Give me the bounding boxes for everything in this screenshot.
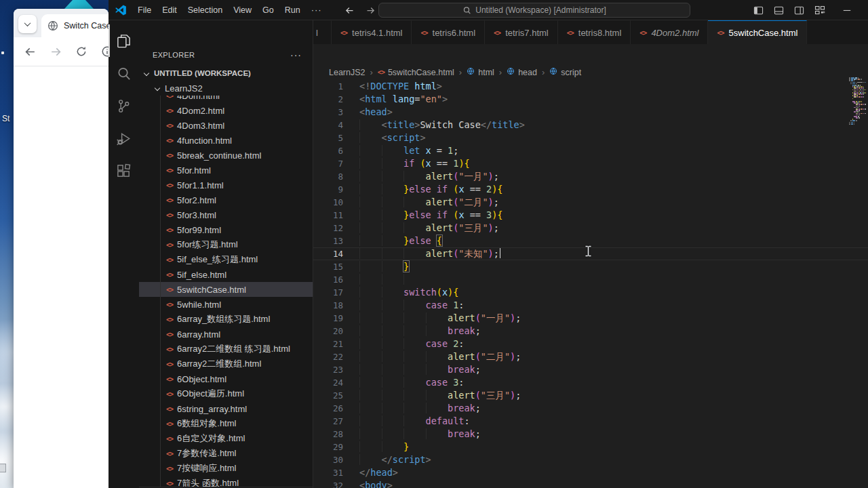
nav-forward-icon[interactable] bbox=[366, 5, 376, 16]
menu-file[interactable]: File bbox=[132, 0, 157, 20]
editor-tab[interactable]: <>5switchCase.html bbox=[708, 20, 807, 44]
indent-guide bbox=[403, 364, 426, 375]
file-item[interactable]: <>5for练习题.html bbox=[139, 237, 313, 252]
minimap[interactable] bbox=[849, 77, 866, 126]
token: alert bbox=[426, 197, 454, 207]
file-item[interactable]: <>5while.html bbox=[139, 297, 313, 312]
folder-row-learnjs2[interactable]: LearnJS2 bbox=[139, 81, 313, 96]
file-item[interactable]: <>5for1.1.html bbox=[139, 178, 313, 192]
file-item[interactable]: <>6array2二维数组.html bbox=[139, 357, 313, 371]
nav-back-icon[interactable] bbox=[344, 5, 355, 16]
workspace-section-header[interactable]: UNTITLED (WORKSPACE) bbox=[139, 66, 313, 81]
file-item[interactable]: <>5for2.html bbox=[139, 192, 313, 207]
run-debug-activity-button[interactable] bbox=[108, 122, 139, 155]
menu-selection[interactable]: Selection bbox=[182, 0, 228, 20]
line-number: 14 bbox=[313, 247, 343, 260]
file-item[interactable]: <>6array2二维数组 练习题.html bbox=[139, 342, 313, 357]
file-item[interactable]: <>5if_else_练习题.html bbox=[139, 252, 313, 267]
file-item[interactable]: <>5for3.html bbox=[139, 207, 313, 222]
editor-tab[interactable]: <>tetris7.html bbox=[485, 20, 558, 44]
refresh-icon[interactable] bbox=[75, 45, 87, 58]
breadcrumb-item[interactable]: LearnJS2 bbox=[329, 68, 366, 77]
code-editor[interactable]: 1<!DOCTYPE html>2<html lang="en">3<head>… bbox=[313, 80, 868, 488]
token: } bbox=[403, 209, 409, 220]
token: } bbox=[403, 441, 409, 452]
editor-tab[interactable]: <>tetris6.html bbox=[412, 20, 485, 44]
symbol-icon bbox=[467, 67, 475, 77]
line-content: <!DOCTYPE html> bbox=[359, 80, 442, 93]
menubar-overflow-button[interactable]: ··· bbox=[306, 5, 328, 15]
file-item[interactable]: <>5for99.html bbox=[139, 222, 313, 237]
token: switch bbox=[403, 287, 437, 298]
html-file-icon: <> bbox=[166, 331, 173, 338]
breadcrumb-item[interactable]: head bbox=[507, 67, 537, 77]
html-file-icon: <> bbox=[166, 107, 173, 115]
minimize-icon[interactable] bbox=[842, 5, 852, 15]
editor-tab[interactable]: <>tetris8.html bbox=[558, 20, 631, 44]
token: html bbox=[414, 81, 437, 92]
breadcrumb-item[interactable]: <>5switchCase.html bbox=[378, 68, 454, 77]
layout-panel-icon[interactable] bbox=[774, 5, 784, 16]
indent-guide bbox=[359, 145, 382, 156]
customize-layout-icon[interactable] bbox=[814, 5, 825, 16]
file-item[interactable]: <>6string_array.html bbox=[139, 401, 313, 416]
file-item[interactable]: <>7按键响应.html bbox=[139, 461, 313, 476]
file-item[interactable]: <>6Object遍历.html bbox=[139, 386, 313, 401]
file-item[interactable]: <>6自定义对象.html bbox=[139, 431, 313, 446]
file-item[interactable]: <>6Object.html bbox=[139, 371, 313, 386]
file-item[interactable]: <>5for.html bbox=[139, 163, 313, 178]
layout-sidebar-left-icon[interactable] bbox=[753, 5, 764, 16]
tab-actions-button[interactable] bbox=[18, 15, 37, 33]
forward-arrow-icon[interactable] bbox=[50, 45, 62, 58]
file-item[interactable]: <>4Dom2.html bbox=[139, 103, 313, 118]
token: alert bbox=[448, 390, 475, 401]
more-actions-icon[interactable]: ··· bbox=[290, 49, 302, 60]
layout-sidebar-right-icon[interactable] bbox=[794, 5, 804, 16]
line-content: break; bbox=[359, 325, 481, 338]
file-item[interactable]: <>7箭头 函数.html bbox=[139, 476, 313, 487]
file-item[interactable]: <>6array.html bbox=[139, 327, 313, 342]
menu-go[interactable]: Go bbox=[257, 0, 279, 20]
tab-label: tetris6.html bbox=[433, 28, 476, 38]
search-activity-button[interactable] bbox=[108, 57, 139, 89]
breadcrumb-item[interactable]: html bbox=[467, 67, 494, 77]
editor-tab[interactable]: <>tetris4.1.html bbox=[332, 20, 412, 44]
token: "en" bbox=[420, 94, 442, 104]
menu-run[interactable]: Run bbox=[279, 0, 306, 20]
file-name: 6array2二维数组 练习题.html bbox=[177, 343, 290, 355]
menu-edit[interactable]: Edit bbox=[157, 0, 182, 20]
line-content bbox=[359, 273, 426, 286]
file-item[interactable]: <>4function.html bbox=[139, 133, 313, 148]
source-control-activity-button[interactable] bbox=[108, 89, 139, 122]
file-item[interactable]: <>4Dom3.html bbox=[139, 118, 313, 133]
file-name: 5for.html bbox=[177, 165, 211, 176]
files-activity-button[interactable] bbox=[108, 24, 139, 57]
chevron-down-icon bbox=[144, 70, 149, 76]
html-file-icon: <> bbox=[166, 211, 173, 219]
breadcrumb-label: html bbox=[478, 68, 494, 77]
menu-view[interactable]: View bbox=[228, 0, 257, 20]
file-item[interactable]: <>6array_数组练习题.html bbox=[139, 312, 313, 327]
site-info-icon[interactable] bbox=[101, 45, 108, 58]
indent-guide bbox=[359, 300, 382, 310]
line-number: 30 bbox=[313, 453, 343, 466]
file-item[interactable]: <>6数组对象.html bbox=[139, 416, 313, 431]
file-item[interactable]: <>5switchCase.html bbox=[139, 282, 313, 297]
token: "三月" bbox=[458, 222, 488, 233]
indent-guide bbox=[403, 325, 426, 336]
file-item[interactable]: <>5break_continue.html bbox=[139, 148, 313, 163]
indent-guide bbox=[382, 145, 404, 156]
extensions-activity-button[interactable] bbox=[108, 155, 139, 187]
breadcrumb-separator: › bbox=[459, 67, 462, 77]
command-center[interactable]: Untitled (Workspace) [Administrator] bbox=[378, 3, 690, 18]
back-arrow-icon[interactable] bbox=[24, 45, 37, 58]
breadcrumb-item[interactable]: script bbox=[549, 67, 581, 77]
code-line: 10 alert("二月"); bbox=[313, 196, 868, 209]
browser-tab[interactable]: Switch Case bbox=[41, 14, 108, 37]
line-content: let x = 1; bbox=[359, 144, 458, 157]
editor-tab[interactable]: <>4Dom2.html bbox=[631, 20, 708, 44]
file-item[interactable]: <>5if_else.html bbox=[139, 267, 313, 282]
file-item[interactable]: <>7参数传递.html bbox=[139, 446, 313, 461]
html-file-icon: <> bbox=[494, 29, 500, 37]
editor-tab[interactable]: l bbox=[313, 20, 332, 44]
